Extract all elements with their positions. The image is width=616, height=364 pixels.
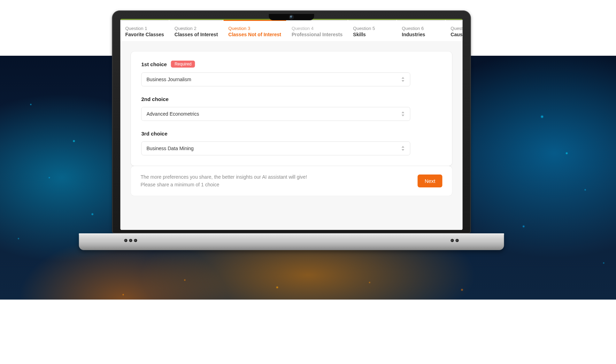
laptop-base [79, 233, 504, 250]
footer-help-text: The more preferences you share, the bett… [141, 173, 307, 189]
tab-number: Question 6 [402, 26, 440, 31]
app-window: Question 1 Favorite Classes Question 2 C… [121, 20, 463, 230]
tab-number: Question 5 [353, 26, 391, 31]
select-3rd-choice[interactable]: Business Data Mining [141, 141, 410, 155]
question-tabs: Question 1 Favorite Classes Question 2 C… [121, 20, 463, 41]
tab-question-7[interactable]: Question 7 Causes & [446, 20, 462, 41]
tab-question-2[interactable]: Question 2 Classes of Interest [170, 20, 223, 41]
tab-title: Classes of Interest [175, 32, 218, 37]
select-value: Business Journalism [147, 77, 402, 82]
tab-number: Question 1 [125, 26, 164, 31]
form-area: 1st choice Required Business Journalism [121, 41, 463, 230]
tab-question-1[interactable]: Question 1 Favorite Classes [121, 20, 169, 41]
field-label: 1st choice [141, 61, 167, 67]
chevron-updown-icon [402, 111, 405, 116]
tab-question-3[interactable]: Question 3 Classes Not of Interest [223, 20, 286, 41]
select-1st-choice[interactable]: Business Journalism [141, 72, 410, 86]
tab-title: Professional Interests [292, 32, 342, 37]
field-2nd-choice: 2nd choice Advanced Econometrics [141, 96, 410, 121]
tab-title: Skills [353, 32, 391, 37]
field-label: 3rd choice [141, 131, 168, 137]
form-footer: The more preferences you share, the bett… [131, 166, 452, 196]
chevron-updown-icon [402, 146, 405, 151]
tab-number: Question 7 [451, 26, 462, 31]
field-3rd-choice: 3rd choice Business Data Mining [141, 131, 410, 155]
laptop-frame: Question 1 Favorite Classes Question 2 C… [112, 10, 504, 250]
field-label: 2nd choice [141, 96, 169, 102]
select-value: Advanced Econometrics [147, 111, 402, 117]
tab-question-4[interactable]: Question 4 Professional Interests [287, 20, 347, 41]
chevron-updown-icon [402, 77, 405, 82]
tab-title: Causes & [451, 32, 462, 37]
webcam-icon [269, 14, 314, 20]
tab-question-5[interactable]: Question 5 Skills [348, 20, 396, 41]
select-value: Business Data Mining [147, 146, 402, 151]
tab-number: Question 3 [228, 26, 281, 31]
field-1st-choice: 1st choice Required Business Journalism [141, 61, 410, 86]
select-2nd-choice[interactable]: Advanced Econometrics [141, 107, 410, 121]
tab-title: Classes Not of Interest [228, 32, 281, 37]
required-badge: Required [171, 61, 195, 68]
tab-number: Question 2 [175, 26, 218, 31]
tab-number: Question 4 [292, 26, 342, 31]
form-card: 1st choice Required Business Journalism [131, 52, 452, 166]
tab-question-6[interactable]: Question 6 Industries [397, 20, 445, 41]
tab-title: Industries [402, 32, 440, 37]
tab-title: Favorite Classes [125, 32, 164, 37]
next-button[interactable]: Next [418, 175, 442, 187]
